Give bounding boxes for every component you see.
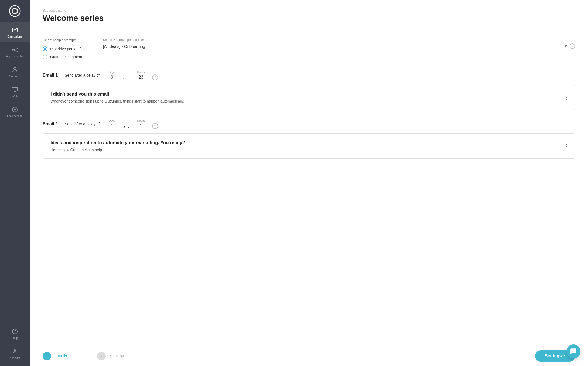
email-2-card-menu[interactable]: ⋮ (564, 143, 569, 149)
footer-steps: 1 Emails 2 Settings (43, 352, 124, 360)
email-1-delay-text: Send after a delay of: (65, 73, 101, 77)
main-content: Sequence name Welcome series Select reci… (30, 0, 588, 366)
filter-label: Select Pipedrive person filter (103, 38, 575, 42)
step-1-label[interactable]: Emails (56, 354, 67, 358)
chevron-right-icon: › (564, 354, 565, 358)
sidebar-item-label: Help (12, 336, 18, 340)
footer: 1 Emails 2 Settings Settings › (30, 346, 588, 366)
sequence-name-label: Sequence name (43, 9, 575, 12)
radio-label-pipedrive: Pipedrive person filter (50, 47, 87, 51)
svg-point-5 (16, 51, 17, 52)
email-2-card-subtitle: Here's how Outfunnel can help. (50, 148, 567, 152)
sidebar-item-campaigns[interactable]: Campaigns (0, 22, 30, 42)
email-2-hours-input[interactable] (133, 123, 149, 129)
email-1-delay-row: Email 1 Send after a delay of: Days and … (43, 70, 575, 80)
email-2-hours-label: Hours (137, 119, 145, 122)
email-1-card-subtitle: Whenever someone signs up to Outfunnel, … (50, 99, 567, 103)
email-1-card-title: I didn't send you this email (50, 91, 567, 97)
email-1-help-icon[interactable]: ? (152, 74, 158, 80)
email-2-days-group: Days (104, 119, 120, 129)
sidebar-bottom: Help Account (0, 324, 30, 366)
svg-point-15 (15, 333, 15, 333)
email-1-days-group: Days (104, 70, 120, 80)
svg-point-0 (9, 6, 20, 16)
radio-circle-pipedrive (43, 46, 47, 51)
email-2-help-icon[interactable]: ? (152, 123, 158, 129)
filter-select-row[interactable]: [All deals] - Onboarding ▼ ? (103, 43, 575, 51)
radio-label-outfunnel: Outfunnel segment (50, 55, 82, 59)
svg-point-8 (14, 67, 16, 70)
email-1-label: Email 1 (43, 73, 61, 78)
step-connector (71, 356, 93, 356)
sidebar-item-app-connector[interactable]: App connector (0, 42, 30, 62)
email-2-card: Ideas and inspiration to automate your m… (43, 133, 575, 159)
sidebar-item-label: Web (12, 94, 18, 98)
sidebar: Campaigns App connector Contacts (0, 0, 30, 366)
radio-group: Pipedrive person filter Outfunnel segmen… (43, 46, 87, 59)
filter-help-icon[interactable]: ? (570, 43, 575, 49)
sidebar-item-contacts[interactable]: Contacts (0, 62, 30, 82)
email-1-hours-label: Hours (137, 70, 145, 74)
email-2-delay-text: Send after a delay of: (65, 122, 101, 126)
recipients-section: Select recipients type Pipedrive person … (43, 38, 575, 59)
radio-circle-outfunnel (43, 55, 47, 59)
sidebar-logo (0, 0, 30, 22)
email-1-hours-group: Hours (133, 70, 149, 80)
svg-line-7 (13, 50, 16, 51)
step-2-label[interactable]: Settings (110, 354, 124, 358)
svg-line-6 (13, 49, 16, 50)
email-2-label: Email 2 (43, 121, 61, 126)
recipients-label: Select recipients type (43, 38, 87, 42)
email-2-days-input[interactable] (104, 123, 120, 129)
step-1-circle: 1 (43, 352, 51, 360)
svg-rect-9 (12, 87, 18, 91)
settings-button-label: Settings (545, 354, 562, 358)
chevron-down-icon: ▼ (564, 44, 568, 48)
email-1-card-menu[interactable]: ⋮ (564, 95, 569, 100)
sidebar-item-account[interactable]: Account (0, 344, 30, 364)
svg-point-3 (12, 49, 13, 50)
radio-outfunnel[interactable]: Outfunnel segment (43, 55, 87, 59)
chat-bubble[interactable] (566, 344, 580, 358)
step-1-number: 1 (46, 354, 48, 358)
sidebar-item-label: Contacts (9, 74, 20, 78)
step-2-circle: 2 (97, 352, 106, 360)
email-2-days-label: Days (109, 119, 115, 122)
email-2-delay-row: Email 2 Send after a delay of: Days and … (43, 119, 575, 129)
sidebar-item-label: App connector (6, 55, 24, 58)
email-1-hours-input[interactable] (133, 74, 149, 80)
sidebar-item-label: Account (9, 356, 20, 360)
filter-select-value: [All deals] - Onboarding (103, 44, 562, 49)
svg-point-1 (12, 8, 18, 14)
sidebar-item-lead-scoring[interactable]: Lead scoring (0, 102, 30, 122)
sidebar-item-web[interactable]: Web (0, 82, 30, 102)
email-2-and-text: and (123, 124, 129, 128)
email-1-days-input[interactable] (104, 74, 120, 80)
email-1-days-label: Days (109, 70, 115, 74)
email-1-card: I didn't send you this email Whenever so… (43, 85, 575, 110)
sidebar-item-help[interactable]: Help (0, 324, 30, 344)
email-2-card-title: Ideas and inspiration to automate your m… (50, 140, 567, 145)
radio-pipedrive[interactable]: Pipedrive person filter (43, 46, 87, 51)
sidebar-nav: Campaigns App connector Contacts (0, 22, 30, 324)
svg-point-13 (14, 109, 15, 110)
svg-point-17 (15, 350, 15, 351)
page-title: Welcome series (43, 13, 575, 23)
step-2-number: 2 (100, 354, 102, 358)
filter-section: Select Pipedrive person filter [All deal… (103, 38, 575, 51)
header-divider (43, 29, 575, 29)
email-1-and-text: and (123, 76, 129, 80)
svg-point-4 (16, 48, 17, 49)
sidebar-item-label: Lead scoring (7, 114, 22, 117)
recipients-type-group: Select recipients type Pipedrive person … (43, 38, 87, 59)
sidebar-item-label: Campaigns (7, 35, 22, 38)
email-2-hours-group: Hours (133, 119, 149, 129)
content-area: Sequence name Welcome series Select reci… (30, 0, 588, 346)
